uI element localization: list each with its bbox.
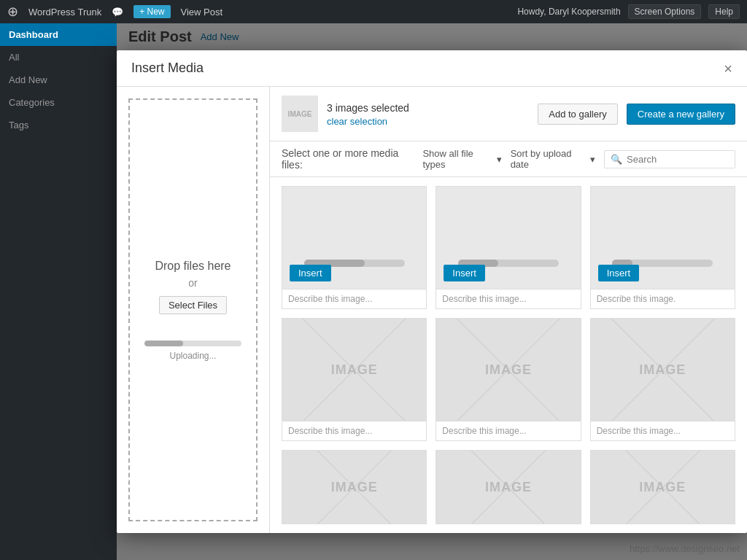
media-item[interactable]: Insert Describe this image. xyxy=(590,186,735,309)
gallery-selected-text: 3 images selected xyxy=(327,102,409,114)
media-grid: Insert Describe this image... xyxy=(270,177,747,533)
comments-icon: 💬 xyxy=(112,7,123,18)
file-types-dropdown[interactable]: Show all file types ▾ xyxy=(422,148,501,170)
image-placeholder-label: IMAGE xyxy=(485,480,532,495)
screen-options-button[interactable]: Screen Options xyxy=(628,4,702,19)
help-button[interactable]: Help xyxy=(708,4,740,19)
media-item-image: IMAGE xyxy=(282,451,426,524)
media-item-caption[interactable]: Describe this image... xyxy=(436,421,580,440)
modal-body: Drop files here or Select Files Uploadin… xyxy=(117,87,747,533)
media-item[interactable]: IMAGE Describe this image... xyxy=(590,318,735,441)
media-item[interactable]: IMAGE xyxy=(282,450,427,524)
upload-progress-container: Uploading... xyxy=(144,341,241,361)
media-item[interactable]: Insert Describe this image... xyxy=(282,186,427,309)
insert-media-modal: Insert Media × Drop files here or Select… xyxy=(117,50,747,533)
media-item-caption[interactable]: Describe this image... xyxy=(282,421,426,440)
insert-button[interactable]: Insert xyxy=(598,265,640,281)
upload-progress-track xyxy=(144,341,241,346)
image-placeholder-label: IMAGE xyxy=(331,480,378,495)
admin-bar-left: ⊕ WordPress Trunk 💬 + New View Post xyxy=(7,4,222,20)
media-item-caption[interactable]: Describe this image... xyxy=(282,289,426,308)
file-types-label: Show all file types xyxy=(422,148,493,170)
gallery-clear-link[interactable]: clear selection xyxy=(327,116,529,127)
select-files-button[interactable]: Select Files xyxy=(159,296,227,314)
media-item-image: Insert xyxy=(436,187,580,289)
sort-dropdown[interactable]: Sort by upload date ▾ xyxy=(511,148,595,170)
media-item-caption[interactable]: Describe this image... xyxy=(591,421,735,440)
sidebar-item-categories[interactable]: Categories xyxy=(0,91,117,114)
gallery-thumb: IMAGE xyxy=(282,96,318,132)
add-to-gallery-button[interactable]: Add to gallery xyxy=(538,104,618,125)
sidebar-item-tags[interactable]: Tags xyxy=(0,114,117,136)
howdy-text: Howdy, Daryl Koopersmith xyxy=(517,7,620,17)
drop-or-text: or xyxy=(188,277,197,289)
media-item-caption[interactable]: Describe this image... xyxy=(436,289,580,308)
insert-button[interactable]: Insert xyxy=(444,265,485,281)
modal-title: Insert Media xyxy=(131,61,204,76)
create-gallery-button[interactable]: Create a new gallery xyxy=(627,104,735,125)
media-item-image: IMAGE xyxy=(436,451,580,524)
gallery-bar: IMAGE 3 images selected clear selection … xyxy=(270,87,747,141)
chevron-down-icon: ▾ xyxy=(497,154,502,165)
drop-zone[interactable]: Drop files here or Select Files Uploadin… xyxy=(128,98,258,521)
site-name-link[interactable]: WordPress Trunk xyxy=(28,7,101,18)
image-placeholder-label: IMAGE xyxy=(331,362,378,378)
select-label: Select one or more media files: xyxy=(282,147,414,171)
media-item-image: IMAGE xyxy=(591,451,735,524)
image-placeholder-label: IMAGE xyxy=(639,362,686,378)
modal-header: Insert Media × xyxy=(117,50,747,87)
media-item-image: IMAGE xyxy=(591,319,735,421)
main-content: Edit Post Add New Insert Media × Drop fi… xyxy=(117,23,747,560)
media-item-image: Insert xyxy=(282,187,426,289)
media-toolbar: Select one or more media files: Show all… xyxy=(270,141,747,177)
media-item-image: IMAGE xyxy=(436,319,580,421)
media-item[interactable]: IMAGE Describe this image... xyxy=(282,318,427,441)
media-item[interactable]: Insert Describe this image... xyxy=(436,186,581,309)
sort-chevron-icon: ▾ xyxy=(590,154,595,165)
new-button[interactable]: + New xyxy=(133,5,170,18)
insert-button[interactable]: Insert xyxy=(290,265,331,281)
media-item-image: Insert xyxy=(591,187,735,289)
search-box[interactable]: 🔍 xyxy=(604,150,735,168)
admin-bar: ⊕ WordPress Trunk 💬 + New View Post Howd… xyxy=(0,0,747,23)
upload-progress-fill xyxy=(144,341,183,346)
media-item-caption[interactable]: Describe this image. xyxy=(591,289,735,308)
image-placeholder-label: IMAGE xyxy=(639,480,686,495)
search-icon: 🔍 xyxy=(611,154,622,165)
admin-bar-right: Howdy, Daryl Koopersmith Screen Options … xyxy=(517,4,740,19)
sidebar-item-add-new[interactable]: Add New xyxy=(0,69,117,91)
media-item-image: IMAGE xyxy=(282,319,426,421)
media-item[interactable]: IMAGE xyxy=(436,450,581,524)
modal-close-button[interactable]: × xyxy=(724,61,732,76)
wp-logo-icon: ⊕ xyxy=(7,4,18,20)
sidebar-item-all[interactable]: All xyxy=(0,46,117,69)
view-post-link[interactable]: View Post xyxy=(181,7,223,18)
sidebar-dashboard-item[interactable]: Dashboard xyxy=(0,23,117,46)
uploading-label: Uploading... xyxy=(144,351,241,361)
search-input[interactable] xyxy=(627,154,729,165)
drop-text: Drop files here xyxy=(155,260,231,273)
sort-label: Sort by upload date xyxy=(511,148,587,170)
modal-overlay: Insert Media × Drop files here or Select… xyxy=(117,23,747,560)
image-placeholder-label: IMAGE xyxy=(485,362,532,378)
gallery-info: 3 images selected clear selection xyxy=(327,101,529,127)
media-panel: IMAGE 3 images selected clear selection … xyxy=(270,87,747,533)
upload-panel: Drop files here or Select Files Uploadin… xyxy=(117,87,270,533)
media-item[interactable]: IMAGE Describe this image... xyxy=(436,318,581,441)
media-item[interactable]: IMAGE xyxy=(590,450,735,524)
sidebar: Dashboard All Add New Categories Tags xyxy=(0,23,117,560)
